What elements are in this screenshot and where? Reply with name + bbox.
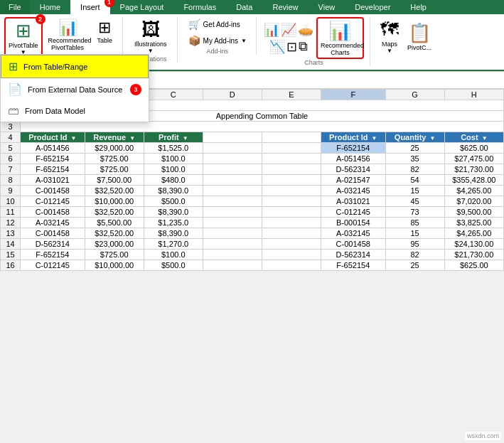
l-r6-c2[interactable]: $725.00 [85, 154, 144, 164]
col-header-g[interactable]: G [385, 90, 444, 100]
my-addins-button[interactable]: 📦 My Add-ins ▼ [185, 33, 250, 48]
gap-r13-2[interactable] [262, 228, 321, 239]
l-r8-c1[interactable]: A-031021 [21, 175, 85, 186]
col-header-f[interactable]: F [321, 90, 385, 100]
l-r15-c1[interactable]: F-652154 [21, 250, 85, 260]
l-r13-c1[interactable]: C-001458 [21, 228, 85, 239]
gap-r16-1[interactable] [203, 260, 262, 271]
gap-r6-2[interactable] [262, 154, 321, 164]
r-r9-c1[interactable]: A-032145 [321, 186, 385, 196]
from-data-model-item[interactable]: 🗃 From Data Model [1, 100, 149, 122]
gap-r9-1[interactable] [203, 186, 262, 196]
r-r13-c2[interactable]: 15 [385, 228, 444, 239]
gap-r10-1[interactable] [203, 196, 262, 207]
tab-file[interactable]: File [0, 0, 30, 14]
l-r5-c2[interactable]: $29,000.00 [85, 143, 144, 154]
pivot-table-button[interactable]: ⊞ PivotTable ▼ 2 [4, 17, 43, 58]
l-r11-c2[interactable]: $32,520.00 [85, 207, 144, 218]
col-header-c[interactable]: C [144, 90, 203, 100]
gap-r10-2[interactable] [262, 196, 321, 207]
r-r10-c1[interactable]: A-031021 [321, 196, 385, 207]
l-r15-c3[interactable]: $100.0 [144, 250, 203, 260]
l-r8-c2[interactable]: $7,500.00 [85, 175, 144, 186]
from-table-range-item[interactable]: ⊞ From Table/Range [1, 55, 149, 78]
l-r13-c2[interactable]: $32,520.00 [85, 228, 144, 239]
more-charts-icon[interactable]: ⧉ [299, 39, 308, 55]
l-r6-c1[interactable]: F-652154 [21, 154, 85, 164]
r-r9-c3[interactable]: $4,265.00 [444, 186, 503, 196]
gap-r5-1[interactable] [203, 143, 262, 154]
tab-formulas[interactable]: Formulas [173, 0, 226, 14]
gap-r5-2[interactable] [262, 143, 321, 154]
r-r15-c1[interactable]: D-562314 [321, 250, 385, 260]
gap-r16-2[interactable] [262, 260, 321, 271]
tab-page-layout[interactable]: Page Layout [110, 0, 174, 14]
r-r5-c1[interactable]: F-652154 [321, 143, 385, 154]
l-r12-c1[interactable]: A-032145 [21, 218, 85, 228]
tab-help[interactable]: Help [400, 0, 436, 14]
r-r7-c1[interactable]: D-562314 [321, 164, 385, 175]
r-r7-c3[interactable]: $21,730.00 [444, 164, 503, 175]
r-r10-c2[interactable]: 45 [385, 196, 444, 207]
l-r7-c3[interactable]: $100.0 [144, 164, 203, 175]
recommended-pivot-button[interactable]: 📊 Recommended PivotTables [45, 17, 90, 53]
l-r14-c3[interactable]: $1,270.0 [144, 239, 203, 250]
tab-developer[interactable]: Developer [345, 0, 400, 14]
col-header-e[interactable]: E [262, 90, 321, 100]
tab-home[interactable]: Home [30, 0, 70, 14]
r-r15-c3[interactable]: $21,730.00 [444, 250, 503, 260]
area-chart-icon[interactable]: 📉 [269, 39, 285, 55]
filter-arrow-4[interactable]: ▼ [372, 135, 377, 142]
r-r13-c1[interactable]: A-032145 [321, 228, 385, 239]
gap-r8-1[interactable] [203, 175, 262, 186]
col-header-h[interactable]: H [444, 90, 503, 100]
gap-r15-1[interactable] [203, 250, 262, 260]
l-r10-c1[interactable]: C-012145 [21, 196, 85, 207]
l-r9-c3[interactable]: $8,390.0 [144, 186, 203, 196]
l-r16-c2[interactable]: $10,000.00 [85, 260, 144, 271]
r-r8-c1[interactable]: A-021547 [321, 175, 385, 186]
r-r14-c2[interactable]: 95 [385, 239, 444, 250]
filter-arrow-5[interactable]: ▼ [430, 135, 436, 142]
r-r12-c1[interactable]: B-000154 [321, 218, 385, 228]
gap-r11-2[interactable] [262, 207, 321, 218]
l-r6-c3[interactable]: $100.0 [144, 154, 203, 164]
gap-r12-1[interactable] [203, 218, 262, 228]
gap-r7-1[interactable] [203, 164, 262, 175]
maps-button[interactable]: 🗺 Maps ▼ [377, 17, 402, 55]
l-r12-c2[interactable]: $5,500.00 [85, 218, 144, 228]
left-header-revenue[interactable]: Revenue ▼ [85, 132, 144, 143]
l-r5-c1[interactable]: A-051456 [21, 143, 85, 154]
bar-chart-icon[interactable]: 📊 [264, 22, 279, 38]
tab-view[interactable]: View [309, 0, 345, 14]
r-r12-c3[interactable]: $3,825.00 [444, 218, 503, 228]
r-r5-c3[interactable]: $625.00 [444, 143, 503, 154]
r-r10-c3[interactable]: $7,020.00 [444, 196, 503, 207]
r-r15-c2[interactable]: 82 [385, 250, 444, 260]
scatter-chart-icon[interactable]: ⊡ [286, 39, 297, 55]
l-r9-c2[interactable]: $32,520.00 [85, 186, 144, 196]
line-chart-icon[interactable]: 📈 [281, 22, 296, 38]
l-r7-c1[interactable]: F-652154 [21, 164, 85, 175]
gap-r12-2[interactable] [262, 218, 321, 228]
l-r5-c3[interactable]: $1,525.0 [144, 143, 203, 154]
right-header-cost[interactable]: Cost ▼ [444, 132, 503, 143]
row-3-cell[interactable] [21, 122, 504, 132]
l-r15-c2[interactable]: $725.00 [85, 250, 144, 260]
filter-arrow-2[interactable]: ▼ [129, 135, 135, 142]
gap-r7-2[interactable] [262, 164, 321, 175]
r-r9-c2[interactable]: 15 [385, 186, 444, 196]
r-r16-c3[interactable]: $625.00 [444, 260, 503, 271]
tab-insert[interactable]: Insert 1 [70, 0, 110, 14]
r-r7-c2[interactable]: 82 [385, 164, 444, 175]
gap-r14-1[interactable] [203, 239, 262, 250]
illustrations-button[interactable]: 🖼 Illustrations ▼ [130, 17, 171, 55]
l-r11-c3[interactable]: $8,390.0 [144, 207, 203, 218]
table-button[interactable]: ⊞ Table [93, 17, 117, 46]
tab-review[interactable]: Review [262, 0, 308, 14]
left-header-product-id[interactable]: Product Id ▼ [21, 132, 85, 143]
gap-r15-2[interactable] [262, 250, 321, 260]
l-r16-c1[interactable]: C-012145 [21, 260, 85, 271]
l-r9-c1[interactable]: C-001458 [21, 186, 85, 196]
r-r16-c2[interactable]: 25 [385, 260, 444, 271]
